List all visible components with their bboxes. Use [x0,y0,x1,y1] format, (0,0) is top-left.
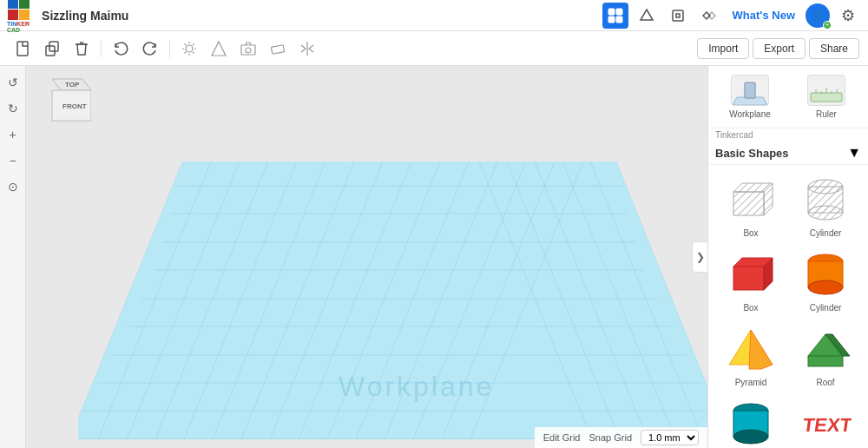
user-avatar[interactable]: 👤 + [806,3,830,28]
add-user-icon: + [823,21,832,30]
delete-btn[interactable] [68,35,95,63]
toolbar: Import Export Share [0,31,868,66]
shapes-category: Tinkercad [708,128,868,142]
shape-box-gray[interactable]: Box [715,170,786,241]
svg-rect-6 [676,14,680,17]
right-panel: Workplane Ruler Tinkercad B [707,66,868,448]
canvas-area[interactable]: TOP FRONT [26,66,707,448]
shape-roof-green-preview [795,323,856,375]
share-btn[interactable]: Share [809,38,859,59]
shape-pyramid-yellow-preview [720,323,781,375]
export-btn[interactable]: Export [753,38,806,59]
shape-text-red[interactable]: TEXT TEXT [790,394,861,448]
canvas-statusbar: Edit Grid Snap Grid 0.1 mm 0.5 mm 1.0 mm… [535,427,707,448]
circuits-btn[interactable] [665,3,691,29]
svg-point-10 [186,45,193,52]
home-btn[interactable]: ⊙ [3,177,23,196]
svg-marker-4 [641,10,653,20]
main-area: ↺ ↻ + − ⊙ TOP FRONT [0,66,868,448]
shapes-name: Basic Shapes [715,147,847,160]
shape-pyramid-yellow[interactable]: Pyramid [715,320,786,391]
settings-btn[interactable]: ⚙ [835,3,861,29]
import-btn[interactable]: Import [697,38,749,59]
svg-rect-65 [745,82,755,98]
svg-point-21 [246,48,251,53]
shape-box-gray-label: Box [743,228,758,238]
whats-new-btn[interactable]: What's New [727,9,800,22]
3d-design-btn[interactable] [634,3,660,29]
svg-rect-83 [733,267,764,290]
rotate-right-btn[interactable]: ↻ [3,99,23,118]
svg-text:Workplane: Workplane [339,371,494,402]
ruler-tool-label: Ruler [816,109,837,119]
svg-rect-22 [271,44,284,53]
mirror-tool-btn[interactable] [293,35,321,63]
shape-box-red-preview [720,248,781,300]
workplane-grid: Workplane [78,109,707,448]
shape-cylinder-gray[interactable]: Cylinder [790,170,861,241]
workplane-tool-label: Workplane [729,109,771,119]
svg-line-18 [193,43,194,45]
panel-collapse-btn[interactable]: ❯ [692,241,707,273]
svg-rect-2 [608,16,615,23]
light-tool-btn[interactable] [175,35,203,63]
new-file-btn[interactable] [9,35,36,63]
svg-line-17 [185,52,187,54]
workplane-tool[interactable]: Workplane [715,71,785,122]
zoom-out-btn[interactable]: − [3,151,23,170]
panel-tools: Workplane Ruler [708,66,868,128]
shape-cylinder-gray-preview [795,174,856,226]
codeblocks-btn[interactable] [696,3,722,29]
svg-point-81 [808,206,843,220]
svg-text:TOP: TOP [65,81,80,89]
svg-rect-0 [608,9,615,15]
redo-btn[interactable] [136,35,164,63]
svg-line-15 [185,43,187,45]
svg-rect-68 [811,93,842,102]
left-sidebar: ↺ ↻ + − ⊙ [0,66,26,448]
zoom-in-btn[interactable]: + [3,125,23,144]
svg-rect-76 [733,192,764,215]
shape-cylinder-gray-label: Cylinder [810,228,842,238]
svg-rect-5 [673,10,683,21]
app-title: Sizzling Maimu [42,9,128,23]
snap-grid-select[interactable]: 0.1 mm 0.5 mm 1.0 mm 2.0 mm 5.0 mm [641,430,699,445]
shape-box-gray-preview [720,174,781,226]
snap-grid-label: Snap Grid [589,432,632,443]
shape-text-red-preview: TEXT [795,398,856,448]
tinkercad-logo: TINKERCAD [7,0,30,33]
svg-rect-1 [616,9,622,15]
shape-pyramid-yellow-label: Pyramid [735,378,767,387]
shape-cylinder-orange[interactable]: Cylinder [790,245,861,316]
shape-tool-btn[interactable] [205,35,233,63]
shape-roof-green[interactable]: Roof [790,320,861,391]
shape-cylinder-orange-label: Cylinder [810,303,842,313]
dropdown-chevron-icon: ▼ [847,145,861,161]
topbar: TINKERCAD Sizzling Maimu What's New 👤 + … [0,0,868,31]
svg-marker-19 [212,42,226,56]
camera-tool-btn[interactable] [234,35,262,63]
grid-view-btn[interactable] [602,3,628,29]
svg-rect-92 [808,356,843,366]
shapes-dropdown[interactable]: Basic Shapes ▼ [708,142,868,165]
svg-text:TEXT: TEXT [801,414,852,436]
shape-cylinder-orange-preview [795,248,856,300]
ruler-tool-icon [807,75,845,106]
rotate-left-btn[interactable]: ↺ [3,73,23,92]
shape-box-red[interactable]: Box [715,245,786,316]
svg-point-87 [808,280,843,294]
shapes-grid: Box Cylinder [708,165,868,448]
edit-grid-btn[interactable]: Edit Grid [543,432,581,443]
svg-rect-3 [616,16,622,23]
svg-point-95 [733,430,768,444]
undo-btn[interactable] [107,35,135,63]
shape-cylinder-teal[interactable]: Cylinder [715,394,786,448]
plane-tool-btn[interactable] [264,35,292,63]
shape-roof-green-label: Roof [816,378,834,387]
ruler-tool[interactable]: Ruler [792,71,861,122]
shape-box-red-label: Box [743,303,758,313]
svg-marker-89 [749,330,773,369]
shape-cylinder-teal-preview [720,398,781,448]
svg-line-16 [193,52,194,54]
copy-btn[interactable] [38,35,66,63]
